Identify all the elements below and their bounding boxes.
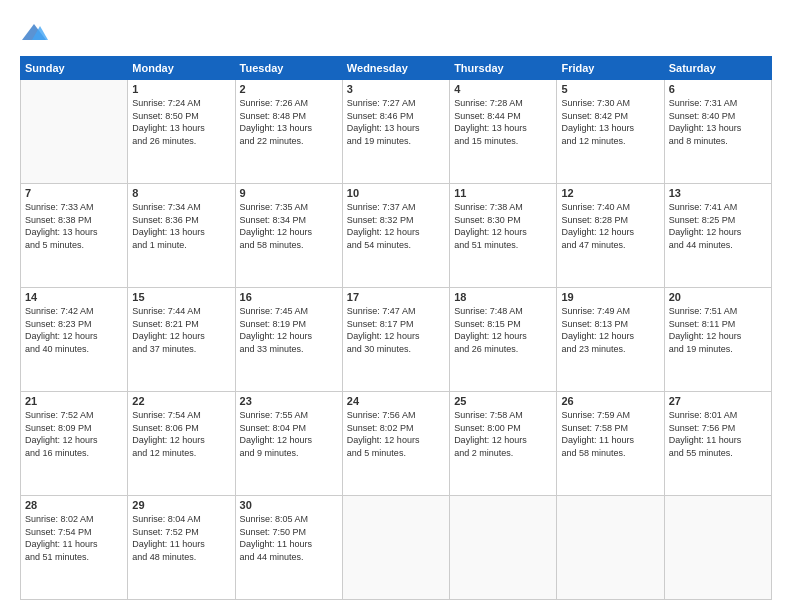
day-info: Sunrise: 7:47 AM Sunset: 8:17 PM Dayligh… [347, 305, 445, 355]
day-number: 23 [240, 395, 338, 407]
calendar-cell: 25Sunrise: 7:58 AM Sunset: 8:00 PM Dayli… [450, 392, 557, 496]
day-info: Sunrise: 7:33 AM Sunset: 8:38 PM Dayligh… [25, 201, 123, 251]
day-number: 27 [669, 395, 767, 407]
day-number: 9 [240, 187, 338, 199]
week-row-1: 1Sunrise: 7:24 AM Sunset: 8:50 PM Daylig… [21, 80, 772, 184]
day-number: 10 [347, 187, 445, 199]
day-info: Sunrise: 7:54 AM Sunset: 8:06 PM Dayligh… [132, 409, 230, 459]
day-number: 30 [240, 499, 338, 511]
week-row-4: 21Sunrise: 7:52 AM Sunset: 8:09 PM Dayli… [21, 392, 772, 496]
calendar-cell: 24Sunrise: 7:56 AM Sunset: 8:02 PM Dayli… [342, 392, 449, 496]
day-number: 12 [561, 187, 659, 199]
day-info: Sunrise: 7:51 AM Sunset: 8:11 PM Dayligh… [669, 305, 767, 355]
calendar-cell: 18Sunrise: 7:48 AM Sunset: 8:15 PM Dayli… [450, 288, 557, 392]
day-number: 22 [132, 395, 230, 407]
day-number: 3 [347, 83, 445, 95]
calendar-cell: 2Sunrise: 7:26 AM Sunset: 8:48 PM Daylig… [235, 80, 342, 184]
calendar-cell: 21Sunrise: 7:52 AM Sunset: 8:09 PM Dayli… [21, 392, 128, 496]
day-number: 15 [132, 291, 230, 303]
weekday-header-monday: Monday [128, 57, 235, 80]
calendar-cell: 14Sunrise: 7:42 AM Sunset: 8:23 PM Dayli… [21, 288, 128, 392]
day-info: Sunrise: 7:45 AM Sunset: 8:19 PM Dayligh… [240, 305, 338, 355]
calendar-cell: 9Sunrise: 7:35 AM Sunset: 8:34 PM Daylig… [235, 184, 342, 288]
calendar-cell: 16Sunrise: 7:45 AM Sunset: 8:19 PM Dayli… [235, 288, 342, 392]
day-info: Sunrise: 7:49 AM Sunset: 8:13 PM Dayligh… [561, 305, 659, 355]
day-info: Sunrise: 7:48 AM Sunset: 8:15 PM Dayligh… [454, 305, 552, 355]
calendar-cell: 8Sunrise: 7:34 AM Sunset: 8:36 PM Daylig… [128, 184, 235, 288]
day-info: Sunrise: 7:26 AM Sunset: 8:48 PM Dayligh… [240, 97, 338, 147]
day-number: 26 [561, 395, 659, 407]
day-info: Sunrise: 7:27 AM Sunset: 8:46 PM Dayligh… [347, 97, 445, 147]
day-info: Sunrise: 7:41 AM Sunset: 8:25 PM Dayligh… [669, 201, 767, 251]
day-number: 2 [240, 83, 338, 95]
day-info: Sunrise: 7:56 AM Sunset: 8:02 PM Dayligh… [347, 409, 445, 459]
day-number: 5 [561, 83, 659, 95]
day-info: Sunrise: 7:52 AM Sunset: 8:09 PM Dayligh… [25, 409, 123, 459]
day-info: Sunrise: 7:30 AM Sunset: 8:42 PM Dayligh… [561, 97, 659, 147]
weekday-header-saturday: Saturday [664, 57, 771, 80]
weekday-header-wednesday: Wednesday [342, 57, 449, 80]
day-number: 13 [669, 187, 767, 199]
week-row-3: 14Sunrise: 7:42 AM Sunset: 8:23 PM Dayli… [21, 288, 772, 392]
day-number: 16 [240, 291, 338, 303]
day-info: Sunrise: 8:01 AM Sunset: 7:56 PM Dayligh… [669, 409, 767, 459]
day-info: Sunrise: 8:04 AM Sunset: 7:52 PM Dayligh… [132, 513, 230, 563]
calendar-cell: 19Sunrise: 7:49 AM Sunset: 8:13 PM Dayli… [557, 288, 664, 392]
calendar-cell: 5Sunrise: 7:30 AM Sunset: 8:42 PM Daylig… [557, 80, 664, 184]
calendar-cell [664, 496, 771, 600]
day-number: 14 [25, 291, 123, 303]
day-info: Sunrise: 8:05 AM Sunset: 7:50 PM Dayligh… [240, 513, 338, 563]
day-info: Sunrise: 7:59 AM Sunset: 7:58 PM Dayligh… [561, 409, 659, 459]
day-info: Sunrise: 7:34 AM Sunset: 8:36 PM Dayligh… [132, 201, 230, 251]
day-info: Sunrise: 7:24 AM Sunset: 8:50 PM Dayligh… [132, 97, 230, 147]
day-number: 1 [132, 83, 230, 95]
calendar-cell: 6Sunrise: 7:31 AM Sunset: 8:40 PM Daylig… [664, 80, 771, 184]
day-info: Sunrise: 7:38 AM Sunset: 8:30 PM Dayligh… [454, 201, 552, 251]
calendar-cell: 4Sunrise: 7:28 AM Sunset: 8:44 PM Daylig… [450, 80, 557, 184]
calendar-cell: 1Sunrise: 7:24 AM Sunset: 8:50 PM Daylig… [128, 80, 235, 184]
calendar-cell: 12Sunrise: 7:40 AM Sunset: 8:28 PM Dayli… [557, 184, 664, 288]
day-number: 20 [669, 291, 767, 303]
day-number: 21 [25, 395, 123, 407]
day-number: 7 [25, 187, 123, 199]
day-info: Sunrise: 7:35 AM Sunset: 8:34 PM Dayligh… [240, 201, 338, 251]
day-number: 17 [347, 291, 445, 303]
calendar-cell: 13Sunrise: 7:41 AM Sunset: 8:25 PM Dayli… [664, 184, 771, 288]
calendar-cell: 17Sunrise: 7:47 AM Sunset: 8:17 PM Dayli… [342, 288, 449, 392]
calendar-page: SundayMondayTuesdayWednesdayThursdayFrid… [0, 0, 792, 612]
day-info: Sunrise: 7:58 AM Sunset: 8:00 PM Dayligh… [454, 409, 552, 459]
calendar-cell: 29Sunrise: 8:04 AM Sunset: 7:52 PM Dayli… [128, 496, 235, 600]
calendar-cell: 11Sunrise: 7:38 AM Sunset: 8:30 PM Dayli… [450, 184, 557, 288]
week-row-5: 28Sunrise: 8:02 AM Sunset: 7:54 PM Dayli… [21, 496, 772, 600]
calendar-table: SundayMondayTuesdayWednesdayThursdayFrid… [20, 56, 772, 600]
day-info: Sunrise: 7:40 AM Sunset: 8:28 PM Dayligh… [561, 201, 659, 251]
day-number: 24 [347, 395, 445, 407]
calendar-cell: 30Sunrise: 8:05 AM Sunset: 7:50 PM Dayli… [235, 496, 342, 600]
calendar-cell [450, 496, 557, 600]
day-info: Sunrise: 7:37 AM Sunset: 8:32 PM Dayligh… [347, 201, 445, 251]
weekday-header-friday: Friday [557, 57, 664, 80]
day-number: 25 [454, 395, 552, 407]
calendar-cell: 23Sunrise: 7:55 AM Sunset: 8:04 PM Dayli… [235, 392, 342, 496]
logo-icon [20, 20, 48, 48]
day-number: 19 [561, 291, 659, 303]
day-number: 4 [454, 83, 552, 95]
logo [20, 20, 52, 48]
day-number: 8 [132, 187, 230, 199]
calendar-cell [21, 80, 128, 184]
calendar-cell: 15Sunrise: 7:44 AM Sunset: 8:21 PM Dayli… [128, 288, 235, 392]
weekday-header-row: SundayMondayTuesdayWednesdayThursdayFrid… [21, 57, 772, 80]
day-number: 29 [132, 499, 230, 511]
day-info: Sunrise: 7:55 AM Sunset: 8:04 PM Dayligh… [240, 409, 338, 459]
weekday-header-tuesday: Tuesday [235, 57, 342, 80]
calendar-cell: 3Sunrise: 7:27 AM Sunset: 8:46 PM Daylig… [342, 80, 449, 184]
calendar-cell: 10Sunrise: 7:37 AM Sunset: 8:32 PM Dayli… [342, 184, 449, 288]
day-info: Sunrise: 7:28 AM Sunset: 8:44 PM Dayligh… [454, 97, 552, 147]
weekday-header-sunday: Sunday [21, 57, 128, 80]
calendar-cell [557, 496, 664, 600]
calendar-cell: 28Sunrise: 8:02 AM Sunset: 7:54 PM Dayli… [21, 496, 128, 600]
day-info: Sunrise: 7:44 AM Sunset: 8:21 PM Dayligh… [132, 305, 230, 355]
calendar-cell: 26Sunrise: 7:59 AM Sunset: 7:58 PM Dayli… [557, 392, 664, 496]
day-info: Sunrise: 7:31 AM Sunset: 8:40 PM Dayligh… [669, 97, 767, 147]
calendar-cell [342, 496, 449, 600]
